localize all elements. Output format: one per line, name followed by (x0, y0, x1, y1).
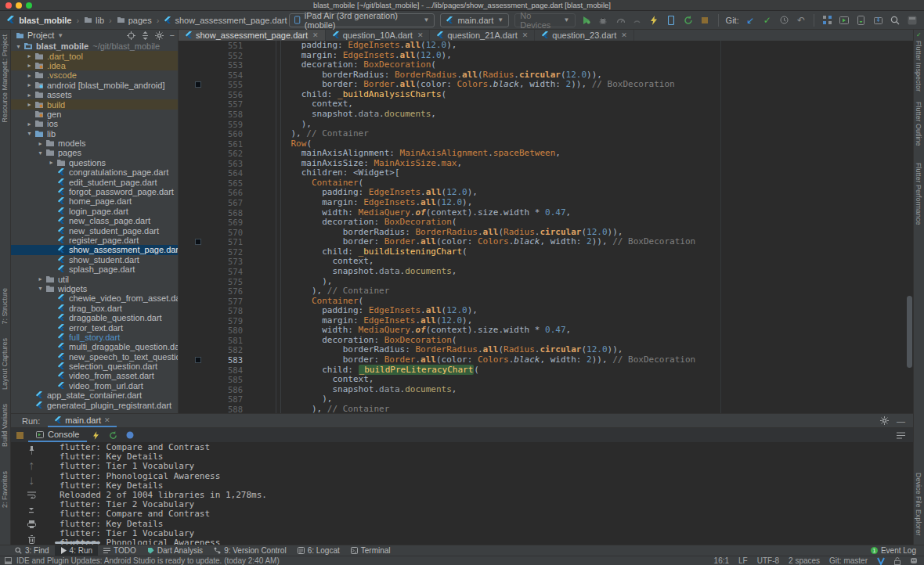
fold-gutter[interactable] (246, 277, 266, 287)
git-branch[interactable]: Git: master (829, 556, 868, 565)
tree-toggle-icon[interactable]: ▸ (47, 159, 56, 166)
line-number[interactable]: 570 (205, 228, 246, 238)
line-number[interactable]: 579 (205, 316, 246, 326)
tool-window-button-3-find[interactable]: 3: Find (9, 545, 55, 556)
search-everywhere-icon[interactable] (890, 14, 901, 27)
fold-gutter[interactable] (246, 385, 266, 395)
fold-gutter[interactable] (246, 218, 266, 228)
tree-item[interactable]: ▾blast_mobile~/git/blast_mobile (11, 41, 178, 51)
run-settings-gear-icon[interactable] (880, 416, 889, 425)
console-output[interactable]: flutter: Compare and Contrastflutter: Ke… (52, 442, 913, 545)
line-number[interactable]: 569 (205, 218, 246, 228)
tree-item[interactable]: ▸.idea (11, 61, 178, 70)
fold-gutter[interactable] (246, 110, 266, 120)
editor-tab[interactable]: show_assessment_page.dart✕ (179, 30, 326, 41)
history-button[interactable] (778, 14, 790, 27)
tool-window-button-4-run[interactable]: 4: Run (55, 545, 98, 556)
line-number[interactable]: 561 (205, 139, 246, 149)
fold-gutter[interactable] (246, 345, 266, 355)
print-icon[interactable] (11, 519, 52, 530)
editor-tab[interactable]: question_10A.dart✕ (326, 30, 431, 41)
line-number[interactable]: 567 (205, 198, 246, 208)
fold-gutter[interactable] (246, 326, 266, 336)
zoom-window-button[interactable] (26, 2, 32, 9)
project-view-selector[interactable]: Project (27, 31, 54, 40)
tree-item[interactable]: home_page.dart (11, 196, 178, 206)
fold-gutter[interactable] (246, 286, 266, 297)
tool-strip-button-1-project[interactable]: 1: Project (1, 34, 9, 64)
tree-toggle-icon[interactable]: ▾ (14, 43, 23, 50)
tree-item[interactable]: drag_box.dart (11, 304, 178, 313)
tree-toggle-icon[interactable]: ▸ (25, 62, 34, 69)
tool-strip-button-flutter-inspector[interactable]: Flutter Inspector (915, 41, 922, 92)
breadcrumb-root[interactable]: blast_mobile (19, 16, 71, 25)
run-config-dropdown[interactable]: main.dart▼ (440, 13, 509, 27)
minimize-window-button[interactable] (16, 2, 22, 9)
tree-item[interactable]: new_class_page.dart (11, 216, 178, 225)
git-commit-button[interactable]: ✓ (761, 14, 773, 27)
fold-gutter[interactable] (246, 178, 266, 189)
toolwindow-toggle-icon[interactable] (5, 557, 12, 564)
tree-item[interactable]: full_story.dart (11, 333, 178, 342)
tree-toggle-icon[interactable]: ▾ (36, 285, 45, 292)
down-stack-trace-icon[interactable]: ↓ (11, 475, 52, 486)
breadcrumb-file[interactable]: show_assessment_page.dart (175, 16, 287, 25)
device-manager-button[interactable] (855, 14, 867, 27)
tree-item[interactable]: multi_draggable_question.dart (11, 342, 178, 351)
line-number[interactable]: 578 (205, 306, 246, 316)
tool-window-button-9-version-control[interactable]: 9: Version Control (208, 545, 292, 556)
line-number[interactable]: 583 (205, 355, 246, 365)
tool-strip-button-flutter-performance[interactable]: Flutter Performance (915, 163, 922, 225)
fold-gutter[interactable] (246, 355, 266, 365)
line-number[interactable]: 553 (205, 60, 246, 70)
line-number[interactable]: 571 (205, 237, 246, 247)
line-number[interactable]: 558 (205, 110, 246, 120)
line-number[interactable]: 564 (205, 168, 246, 178)
tree-item[interactable]: ▸ios (11, 119, 178, 128)
fold-gutter[interactable] (246, 247, 266, 257)
fold-gutter[interactable] (246, 365, 266, 376)
line-ending[interactable]: LF (738, 556, 748, 565)
tree-toggle-icon[interactable]: ▸ (25, 81, 34, 88)
close-window-button[interactable] (5, 2, 12, 9)
tree-item[interactable]: ▸.vscode (11, 70, 178, 80)
file-encoding[interactable]: UTF-8 (757, 556, 779, 565)
tool-window-button-dart-analysis[interactable]: Dart Analysis (142, 545, 208, 556)
tool-window-button-todo[interactable]: TODO (98, 545, 142, 556)
tree-item[interactable]: app_state_container.dart (11, 390, 178, 400)
fold-gutter[interactable] (246, 168, 266, 178)
hot-reload-console-button[interactable] (87, 428, 104, 442)
tree-item[interactable]: ▸util (11, 274, 178, 283)
locate-file-icon[interactable] (127, 31, 135, 40)
fold-gutter[interactable] (246, 159, 266, 169)
notifications-icon[interactable] (910, 557, 918, 564)
line-number[interactable]: 562 (205, 149, 246, 159)
tree-item[interactable]: ▸models (11, 139, 178, 148)
window-controls[interactable] (5, 2, 32, 9)
line-number[interactable]: 584 (205, 365, 246, 376)
fold-gutter[interactable] (246, 237, 266, 247)
target-device-dropdown[interactable]: No Devices▼ (514, 13, 575, 27)
tree-item[interactable]: show_assessment_page.dart (11, 245, 178, 254)
line-number[interactable]: 575 (205, 277, 246, 287)
line-number[interactable]: 585 (205, 375, 246, 385)
tree-toggle-icon[interactable]: ▸ (36, 140, 45, 147)
flutter-device-button[interactable] (666, 14, 677, 27)
line-number[interactable]: 560 (205, 129, 246, 139)
tool-strip-button-layout-captures[interactable]: Layout Captures (1, 338, 9, 390)
tree-item[interactable]: ▸questions (11, 158, 178, 167)
tool-strip-button-flutter-outline[interactable]: Flutter Outline (915, 102, 922, 146)
project-view-chevron-icon[interactable]: ▼ (57, 32, 63, 39)
fold-gutter[interactable] (246, 41, 266, 51)
debug-button[interactable] (597, 14, 609, 27)
console-hscrollbar[interactable] (55, 542, 100, 544)
profile-button[interactable] (615, 14, 626, 27)
tree-item[interactable]: new_student_page.dart (11, 225, 178, 235)
fold-gutter[interactable] (246, 51, 266, 61)
tree-toggle-icon[interactable]: ▸ (36, 275, 45, 282)
line-number[interactable]: 580 (205, 326, 246, 336)
hot-reload-button[interactable] (648, 14, 660, 27)
line-number[interactable]: 586 (205, 385, 246, 395)
console-tab[interactable]: Console (28, 428, 87, 442)
pin-tab-icon[interactable] (11, 445, 52, 456)
